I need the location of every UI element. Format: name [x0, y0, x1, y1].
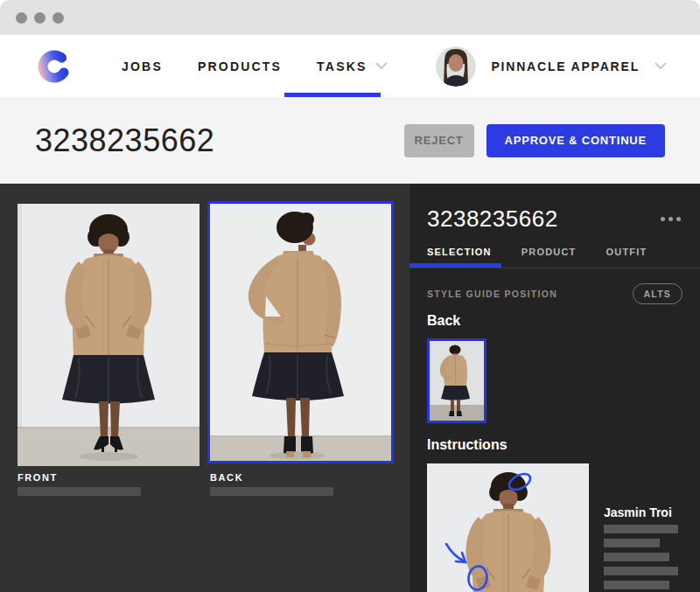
nav-link-label: TASKS	[317, 59, 367, 73]
user-avatar[interactable]	[436, 46, 476, 87]
main-content: FRONT BACK 3238235662 SELECTION PRODUCT …	[0, 184, 700, 592]
panel-tabs: SELECTION PRODUCT OUTFIT	[410, 247, 700, 257]
selected-shot-thumbnail[interactable]	[427, 338, 486, 423]
shot-label-back: BACK	[210, 472, 243, 483]
selection-section: STYLE GUIDE POSITION ALTS Back	[410, 283, 700, 592]
panel-header: 3238235662 SELECTION PRODUCT OUTFIT	[410, 184, 700, 268]
account-name: PINNACLE APPAREL	[491, 59, 640, 73]
task-header: 3238235662 REJECT APPROVE & CONTINUE	[0, 97, 700, 184]
window-control-dot[interactable]	[34, 12, 46, 24]
tab-selection[interactable]: SELECTION	[427, 247, 492, 257]
shot-back-image-selected[interactable]	[207, 201, 394, 463]
note-text-placeholder	[604, 567, 678, 575]
window-control-dot[interactable]	[16, 12, 27, 24]
active-panel-tab-underline	[410, 263, 501, 268]
note-text-placeholder	[604, 581, 669, 589]
window-control-dot[interactable]	[52, 12, 64, 24]
alts-button[interactable]: ALTS	[633, 283, 682, 304]
instruction-note: Jasmin Troi	[604, 463, 678, 592]
detail-panel: 3238235662 SELECTION PRODUCT OUTFIT STYL…	[410, 184, 700, 592]
note-text-placeholder	[604, 539, 660, 547]
nav-link-tasks[interactable]: TASKS	[317, 59, 387, 73]
note-text-placeholder	[604, 525, 678, 533]
header-actions: REJECT APPROVE & CONTINUE	[404, 124, 665, 157]
panel-title: 3238235662	[427, 205, 558, 233]
style-guide-position-label: STYLE GUIDE POSITION	[427, 289, 557, 299]
tab-product[interactable]: PRODUCT	[522, 247, 577, 257]
shot-stage: FRONT BACK	[0, 184, 410, 592]
nav-link-label: JOBS	[122, 59, 163, 73]
brand-logo-icon[interactable]	[38, 50, 71, 83]
reject-button[interactable]: REJECT	[404, 124, 474, 157]
approve-continue-button[interactable]: APPROVE & CONTINUE	[486, 124, 665, 157]
account-menu[interactable]: PINNACLE APPAREL	[436, 46, 667, 87]
nav-link-products[interactable]: PRODUCTS	[198, 59, 282, 73]
app-window: JOBS PRODUCTS TASKS PINNA	[0, 0, 700, 592]
note-text-placeholder	[604, 553, 669, 561]
window-titlebar	[0, 0, 700, 35]
instruction-author: Jasmin Troi	[604, 505, 678, 519]
shot-progress-placeholder	[18, 487, 141, 496]
position-name: Back	[427, 313, 682, 329]
instructions-annotated-image[interactable]	[427, 463, 589, 592]
page-title: 3238235662	[35, 122, 214, 159]
primary-nav: JOBS PRODUCTS TASKS	[122, 59, 388, 73]
shot-label-front: FRONT	[18, 472, 58, 483]
instructions-heading: Instructions	[427, 437, 682, 453]
shot-front-image[interactable]	[18, 204, 200, 466]
tab-outfit[interactable]: OUTFIT	[606, 247, 648, 257]
instructions-row: Jasmin Troi	[427, 463, 682, 592]
shot-progress-placeholder	[210, 487, 333, 496]
top-navbar: JOBS PRODUCTS TASKS PINNA	[0, 35, 700, 97]
nav-link-label: PRODUCTS	[198, 59, 282, 73]
nav-link-jobs[interactable]: JOBS	[122, 59, 163, 73]
chevron-down-icon	[375, 62, 388, 70]
chevron-down-icon	[654, 62, 667, 70]
more-options-icon[interactable]	[659, 213, 682, 225]
